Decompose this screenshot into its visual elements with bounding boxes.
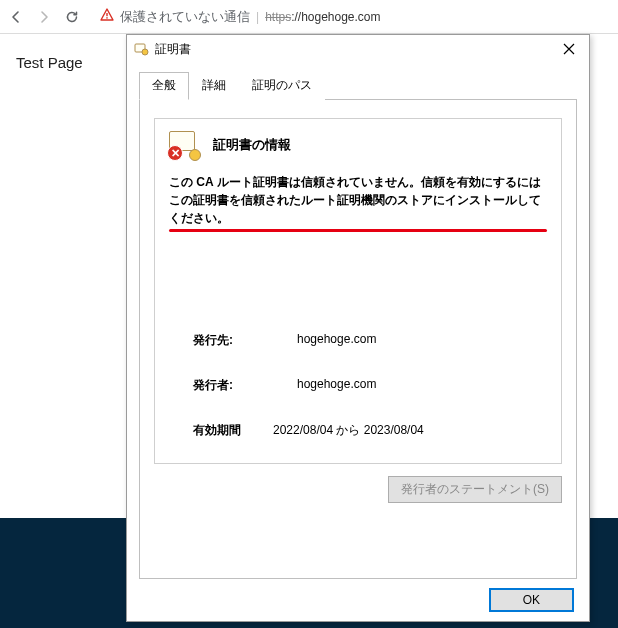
issued-by-row: 発行者: hogehoge.com — [193, 377, 535, 394]
certificate-error-icon: ✕ — [169, 131, 203, 159]
svg-point-3 — [142, 49, 148, 55]
tab-general[interactable]: 全般 — [139, 72, 189, 100]
issuer-statement-button: 発行者のステートメント(S) — [388, 476, 562, 503]
issued-to-row: 発行先: hogehoge.com — [193, 332, 535, 349]
warning-triangle-icon — [100, 8, 114, 25]
address-bar[interactable]: 保護されていない通信 | https://hogehoge.com — [90, 4, 612, 30]
issued-by-label: 発行者: — [193, 377, 257, 394]
svg-rect-0 — [106, 13, 107, 16]
url-text: https://hogehoge.com — [265, 10, 380, 24]
validity-row: 有効期間 2022/08/04 から 2023/08/04 — [193, 422, 535, 439]
back-button[interactable] — [6, 7, 26, 27]
svg-rect-1 — [106, 17, 107, 18]
certificate-icon — [133, 41, 149, 57]
ok-button[interactable]: OK — [490, 589, 573, 611]
url-separator: | — [256, 10, 259, 24]
validity-label: 有効期間 — [193, 422, 257, 439]
close-icon — [563, 43, 575, 55]
certificate-warning-text: この CA ルート証明書は信頼されていません。信頼を有効にするにはこの証明書を信… — [169, 173, 547, 227]
issued-to-value: hogehoge.com — [297, 332, 376, 349]
dialog-title: 証明書 — [155, 41, 191, 58]
page-heading: Test Page — [16, 54, 83, 71]
close-button[interactable] — [555, 39, 583, 59]
validity-value: 2022/08/04 から 2023/08/04 — [273, 422, 424, 439]
arrow-right-icon — [36, 9, 52, 25]
tab-path[interactable]: 証明のパス — [239, 72, 325, 100]
issued-by-value: hogehoge.com — [297, 377, 376, 394]
certificate-dialog: 証明書 全般 詳細 証明のパス ✕ 証明書の情報 この CA ルート証明書は信 — [126, 34, 590, 622]
issued-to-label: 発行先: — [193, 332, 257, 349]
warning-underline — [169, 229, 547, 232]
tab-panel-general: ✕ 証明書の情報 この CA ルート証明書は信頼されていません。信頼を有効にする… — [139, 100, 577, 579]
reload-button[interactable] — [62, 7, 82, 27]
certificate-info-panel: ✕ 証明書の情報 この CA ルート証明書は信頼されていません。信頼を有効にする… — [154, 118, 562, 464]
dialog-footer: OK — [127, 579, 589, 621]
tab-details[interactable]: 詳細 — [189, 72, 239, 100]
reload-icon — [64, 9, 80, 25]
info-heading: 証明書の情報 — [213, 136, 291, 154]
forward-button[interactable] — [34, 7, 54, 27]
dialog-titlebar: 証明書 — [127, 35, 589, 63]
arrow-left-icon — [8, 9, 24, 25]
tab-strip: 全般 詳細 証明のパス — [139, 71, 577, 100]
not-secure-label: 保護されていない通信 — [120, 8, 250, 26]
browser-toolbar: 保護されていない通信 | https://hogehoge.com — [0, 0, 618, 34]
